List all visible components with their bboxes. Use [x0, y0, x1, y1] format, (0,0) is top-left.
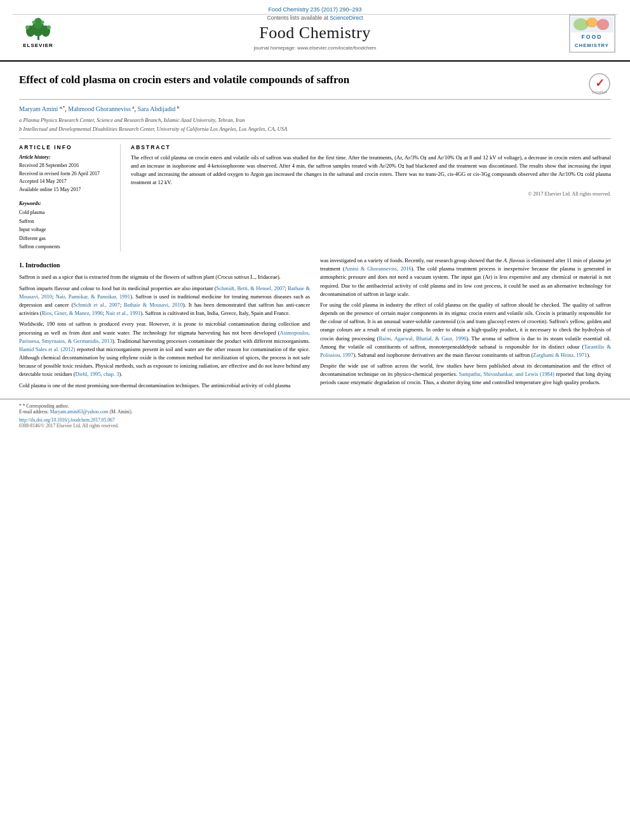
keyword-4: Different gas — [19, 234, 112, 243]
abstract-text: The effect of cold plasma on crocin este… — [131, 154, 611, 187]
body-para-r2: For using the cold plasma in industry th… — [320, 301, 611, 359]
affiliation-a: a Plasma Physics Research Center, Scienc… — [19, 116, 611, 124]
keyword-3: Input voltage — [19, 225, 112, 234]
journal-badge-icon: FOOD CHEMISTRY — [569, 15, 615, 53]
author-sara[interactable]: Sara Abdijadid — [137, 105, 175, 112]
author-mahmood[interactable]: Mahmood Ghoranneviss — [68, 105, 131, 112]
ref-asimo-2013[interactable]: Asimopoulos, Parissesa, Smyrnaios, & Ger… — [19, 330, 310, 344]
sciencedirect-link-text[interactable]: ScienceDirect — [330, 15, 363, 21]
body-col-left: 1. Introduction Saffron is used as a spi… — [19, 257, 310, 392]
food-chemistry-badge: FOOD CHEMISTRY — [566, 15, 617, 53]
ref-diehl-1995[interactable]: Diehl, 1995, chap. 3 — [76, 371, 119, 377]
keywords-section: Keywords: Cold plasma Saffron Input volt… — [19, 201, 112, 251]
journal-top-bar: ELSEVIER Contents lists available at Sci… — [13, 15, 617, 53]
ref-zarghami-1971[interactable]: Zarghami & Heinz, 1971 — [533, 352, 587, 358]
page-wrapper: Food Chemistry 235 (2017) 290–293 — [0, 0, 630, 840]
article-info-heading: ARTICLE INFO — [19, 144, 112, 150]
footer-issn: 0308-8146/© 2017 Elsevier Ltd. All right… — [19, 423, 611, 429]
email-line: E-mail address: Maryam.amini63@yahoo.com… — [19, 409, 611, 415]
authors-line: Maryam Amini a,*, Mahmood Ghoranneviss a… — [19, 105, 611, 114]
keyword-2: Saffron — [19, 217, 112, 226]
author-sup-a2: a — [132, 105, 134, 110]
ref-schmidt-2007[interactable]: Schmidt, Betti, & Hensel, 2007 — [217, 285, 285, 291]
svg-point-7 — [32, 21, 35, 24]
corresponding-label: * Corresponding author. — [23, 403, 69, 409]
article-area: Effect of cold plasma on crocin esters a… — [0, 62, 630, 399]
ref-rains-1996[interactable]: Rains, Agarwal, Bhatial, & Gaur, 1996 — [379, 335, 466, 342]
email-address[interactable]: Maryam.amini63@yahoo.com — [50, 409, 109, 415]
ref-bathaie-b[interactable]: Bathaie & Mousavi, 2010 — [124, 302, 183, 308]
homepage-text: journal homepage: www.elsevier.com/locat… — [254, 45, 377, 51]
intro-heading: 1. Introduction — [19, 260, 310, 270]
crossmark-icon: ✓ CrossMark — [589, 73, 611, 95]
abstract-paragraph: The effect of cold plasma on crocin este… — [131, 154, 611, 187]
elsevier-wordmark: ELSEVIER — [23, 43, 53, 48]
body-para-1: Saffron is used as a spice that is extra… — [19, 273, 310, 281]
revised-date: Received in revised form 26 April 2017 — [19, 170, 112, 178]
svg-point-13 — [596, 19, 608, 30]
journal-title: Food Chemistry — [76, 23, 554, 43]
author-sup-b: b — [177, 105, 180, 110]
article-title-section: Effect of cold plasma on crocin esters a… — [19, 68, 611, 100]
ref-schmidt-b[interactable]: Schmidt et al., 2007 — [73, 302, 119, 308]
body-col-right: was investigated on a variety of foods. … — [320, 257, 611, 392]
ref-sampathu-1984[interactable]: Sampathu, Shivashankar, and Lewis (1984) — [459, 371, 554, 377]
svg-point-4 — [34, 18, 43, 29]
body-content: 1. Introduction Saffron is used as a spi… — [19, 257, 611, 392]
body-para-4: Cold plasma is one of the most promising… — [19, 382, 310, 390]
history-label: Article history: — [19, 154, 112, 160]
ref-rios-1996[interactable]: Rios, Giner, & Manez, 1996 — [42, 310, 103, 316]
body-para-r3: Despite the wide use of saffron across t… — [320, 362, 611, 387]
svg-point-11 — [573, 18, 588, 30]
author-maryam[interactable]: Maryam Amini — [19, 105, 58, 112]
abstract-heading: ABSTRACT — [131, 144, 611, 150]
available-date: Available online 15 May 2017 — [19, 186, 112, 194]
ref-hamid-2012[interactable]: Hamid Sales et al. (2012) — [19, 346, 75, 352]
footer-doi-line: http://dx.doi.org/10.1016/j.foodchem.201… — [19, 417, 611, 423]
affiliations: a Plasma Physics Research Center, Scienc… — [19, 116, 611, 133]
svg-point-6 — [47, 25, 51, 29]
copyright-line: © 2017 Elsevier Ltd. All rights reserved… — [131, 191, 611, 197]
journal-header: Food Chemistry 235 (2017) 290–293 — [0, 0, 630, 62]
article-info-abstract: ARTICLE INFO Article history: Received 2… — [19, 138, 611, 251]
svg-text:CHEMISTRY: CHEMISTRY — [575, 43, 609, 48]
corresponding-author-note: * * Corresponding author. — [19, 403, 611, 409]
affiliation-b: b Intellectual and Developmental Disabil… — [19, 125, 611, 133]
sciencedirect-line: Contents lists available at ScienceDirec… — [76, 15, 554, 21]
article-info-col: ARTICLE INFO Article history: Received 2… — [19, 144, 121, 251]
svg-text:✓: ✓ — [595, 77, 605, 90]
citation-text: Food Chemistry 235 (2017) 290–293 — [268, 6, 361, 13]
accepted-date: Accepted 14 May 2017 — [19, 178, 112, 186]
email-label: E-mail address: — [19, 409, 49, 415]
svg-point-8 — [41, 21, 44, 24]
doi-link[interactable]: http://dx.doi.org/10.1016/j.foodchem.201… — [19, 417, 114, 423]
received-date: Received 28 September 2016 — [19, 162, 112, 170]
ref-nair-b[interactable]: Nair et al., 1991 — [105, 310, 140, 316]
sciencedirect-prefix: Contents lists available at — [267, 15, 328, 21]
journal-center: Contents lists available at ScienceDirec… — [64, 15, 566, 51]
body-para-3: Worldwide, 190 tons of saffron is produc… — [19, 320, 310, 378]
keyword-5: Saffron components — [19, 243, 112, 251]
svg-text:FOOD: FOOD — [581, 34, 602, 40]
journal-homepage: journal homepage: www.elsevier.com/locat… — [76, 45, 554, 51]
author-sup-a-star: a,* — [60, 105, 65, 110]
elsevier-logo: ELSEVIER — [13, 15, 64, 48]
citation-bar: Food Chemistry 235 (2017) 290–293 — [13, 5, 617, 15]
email-name: (M. Amini). — [110, 409, 133, 415]
ref-nair-1991[interactable]: Nair, Pannikar, & Pannikar, 1991 — [56, 293, 130, 300]
svg-point-5 — [25, 25, 29, 29]
elsevier-tree-icon — [21, 15, 56, 41]
body-para-2: Saffron imparts flavour and colour to fo… — [19, 284, 310, 318]
abstract-col: ABSTRACT The effect of cold plasma on cr… — [131, 144, 611, 251]
keywords-label: Keywords: — [19, 201, 112, 206]
body-para-r1: was investigated on a variety of foods. … — [320, 257, 611, 298]
svg-text:CrossMark: CrossMark — [592, 90, 608, 94]
ref-amini-2016[interactable]: Amini & Ghoranneviss, 2016 — [345, 265, 412, 272]
page-footer: * * Corresponding author. E-mail address… — [0, 399, 630, 432]
keyword-1: Cold plasma — [19, 208, 112, 217]
article-title: Effect of cold plasma on crocin esters a… — [19, 73, 589, 87]
svg-point-12 — [586, 18, 598, 27]
